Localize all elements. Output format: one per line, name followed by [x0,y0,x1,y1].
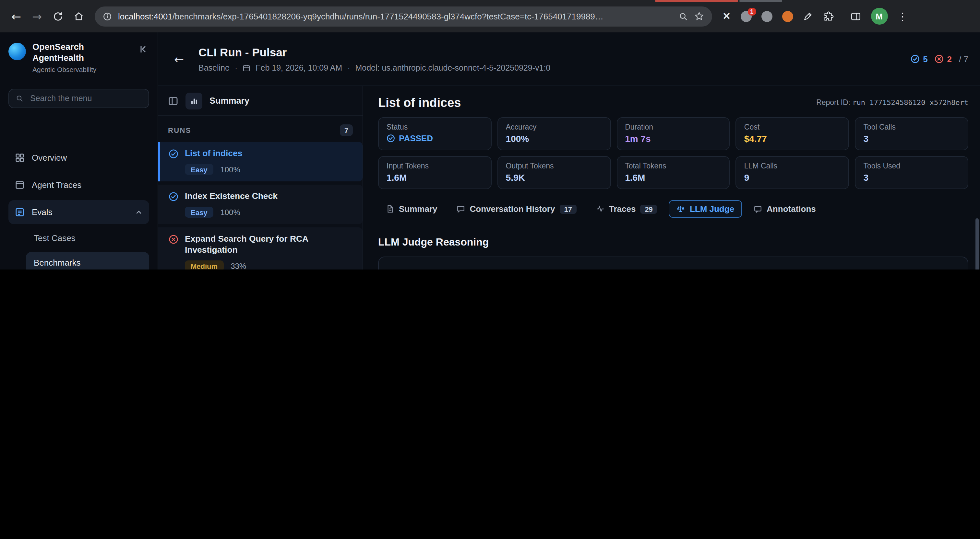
run-meta: Baseline Feb 19, 2026, 10:09 AM Model: u… [199,63,550,72]
url-bar[interactable]: localhost:4001/benchmarks/exp-1765401828… [95,6,712,26]
menu-search [8,89,149,108]
tab-conversation-history[interactable]: Conversation History 17 [449,200,584,218]
profile-avatar[interactable]: M [871,8,888,25]
header-counts: 5 2 / 7 [911,54,968,64]
sidebar-nav: Overview Agent Traces Evals [8,146,149,270]
evals-icon [15,207,25,217]
sidebar-item-label: Test Cases [34,233,76,243]
extension-gray-icon[interactable] [761,11,772,22]
run-header: ← CLI Run - Pulsar Baseline Feb 19, 2026… [158,32,980,86]
metric-duration: Duration 1m 7s [616,117,730,150]
tab-traces[interactable]: Traces 29 [588,200,665,218]
run-name: Index Existence Check [185,190,278,201]
sidebar-item-benchmarks[interactable]: Benchmarks [26,252,149,270]
opensearch-logo-icon [8,43,26,60]
sidebar-item-overview[interactable]: Overview [8,146,149,170]
metric-input-tokens: Input Tokens 1.6M [378,156,492,189]
tab-annotations[interactable]: Annotations [746,200,824,218]
browser-menu-button[interactable]: ⋮ [897,10,908,22]
scales-icon [677,205,685,213]
pass-icon [169,192,178,218]
extension-x-icon[interactable]: ✕ [722,10,730,22]
sidebar-item-evals[interactable]: Evals [8,200,149,224]
total-tokens-value: 1.6M [625,172,722,183]
grid-icon [15,153,25,163]
accuracy-value: 100% [506,133,603,144]
difficulty-badge: Easy [185,207,213,218]
site-info-icon[interactable] [102,11,112,21]
reasoning-card: The agent successfully achieved the expe… [378,257,968,270]
metric-llm-calls: LLM Calls 9 [736,156,849,189]
conversation-count-badge: 17 [559,205,577,214]
run-card-list-of-indices[interactable]: List of indices Easy100% [158,142,363,181]
forward-button[interactable]: → [27,6,47,26]
run-title: CLI Run - Pulsar [199,46,550,59]
bar-chart-icon [186,92,202,109]
sidebar-item-test-cases[interactable]: Test Cases [26,227,149,249]
back-arrow-button[interactable]: ← [169,49,189,69]
fail-icon [169,235,178,270]
runs-panel: Summary RUNS 7 List of indices Easy100% [158,86,363,270]
extension-badged-icon[interactable]: 1 [740,11,751,22]
extensions-puzzle-icon[interactable] [823,11,834,22]
x-circle-icon [935,54,944,63]
difficulty-badge: Medium [185,260,223,270]
runs-section-label: RUNS [168,126,191,134]
metric-tool-calls: Tool Calls 3 [855,117,968,150]
brand-subtitle: Agentic Observability [32,65,132,73]
tool-calls-value: 3 [863,133,960,144]
tools-used-value: 3 [863,172,960,183]
window-edge-artifact-2 [740,0,782,2]
difficulty-badge: Easy [185,164,213,175]
tab-summary[interactable]: Summary [378,200,445,218]
home-icon [73,11,84,22]
run-name: List of indices [185,148,242,159]
reload-button[interactable] [48,6,67,26]
extension-orange-icon[interactable] [782,11,793,22]
window-edge-artifact [655,0,738,2]
search-icon [16,94,24,103]
sidebar-item-agent-traces[interactable]: Agent Traces [8,173,149,197]
collapse-sidebar-icon[interactable] [139,44,149,54]
window-icon [15,180,25,190]
search-input[interactable] [29,93,142,104]
summary-row[interactable]: Summary [158,86,363,116]
run-model: Model: us.anthropic.claude-sonnet-4-5-20… [355,63,550,72]
total-count: / 7 [959,54,968,64]
metric-tools-used: Tools Used 3 [855,156,968,189]
metrics-grid: Status PASSED Accuracy 100% Duration [378,117,968,189]
url-text: localhost:4001/benchmarks/exp-1765401828… [118,11,673,21]
reload-icon [52,11,63,22]
home-button[interactable] [69,6,88,26]
brand: OpenSearch AgentHealth Agentic Observabi… [8,41,149,73]
back-button[interactable]: ← [6,6,26,26]
traces-count-badge: 29 [640,205,657,214]
run-card-expand-search-query[interactable]: Expand Search Query for RCA Investigatio… [158,227,363,270]
bookmark-star-icon[interactable] [694,11,704,21]
document-icon [386,205,395,213]
app-body: OpenSearch AgentHealth Agentic Observabi… [0,32,980,270]
summary-nav-label: Summary [210,96,250,106]
extension-pen-icon[interactable] [803,11,813,21]
runs-head: RUNS 7 [158,116,363,142]
extensions-area: ✕ 1 M ⋮ [719,8,912,25]
sidebar-item-label: Overview [32,153,67,163]
run-card-index-existence-check[interactable]: Index Existence Check Easy100% [158,185,363,224]
panel-toggle-icon[interactable] [168,95,178,106]
brand-name-line2: AgentHealth [32,52,132,63]
duration-value: 1m 7s [625,133,722,144]
status-value: PASSED [399,133,433,143]
runs-count-badge: 7 [340,124,353,136]
content-pane: List of indices Report ID: run-177152458… [367,86,980,270]
side-panel-icon[interactable] [850,11,861,22]
metric-total-tokens: Total Tokens 1.6M [616,156,730,189]
zoom-icon[interactable] [678,11,688,21]
extension-badge: 1 [748,8,756,15]
cost-value: $4.77 [744,133,841,144]
run-list: List of indices Easy100% Index Existence… [158,142,363,270]
vertical-scrollbar[interactable] [975,218,979,270]
panel-resize-divider[interactable]: ⁞⁞ [363,86,367,270]
passed-count: 5 [911,54,928,64]
annotation-icon [754,205,762,213]
tab-llm-judge[interactable]: LLM Judge [669,200,742,218]
